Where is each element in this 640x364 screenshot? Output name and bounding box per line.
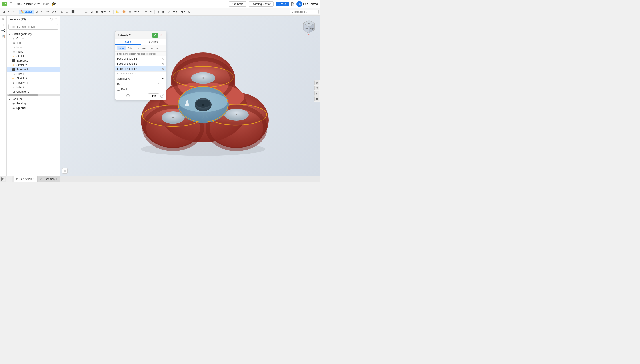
toolbar-move-button[interactable]: ✥ ▾ [172, 10, 178, 14]
assembly-icon: ⚙ [40, 178, 43, 181]
toolbar-circle-button[interactable]: ⊙ [34, 10, 39, 14]
sketch2-item[interactable]: ✏ Sketch 2 [7, 63, 60, 67]
toolbar-transform-button[interactable]: ⤢ [166, 10, 171, 14]
sketch-icon-3: ✏ [12, 77, 15, 80]
toolbar-view-button[interactable]: 👁 ▾ [133, 10, 140, 14]
remove-sub-tab[interactable]: Remove [135, 46, 148, 50]
toolbar-chamfer-button[interactable]: ◢ [89, 10, 94, 14]
parts-section-header[interactable]: ▼ Parts (2) [7, 97, 60, 101]
toolbar-measure-button[interactable]: 📐 [115, 10, 121, 14]
surface-tab[interactable]: Surface [141, 39, 166, 45]
face-item-1[interactable]: Face of Sketch 2 ✕ [115, 56, 166, 61]
canvas-area[interactable]: Top Front Right X Extrude 2 ✓ ✕ [60, 16, 320, 176]
settings-icon[interactable]: ⚙ [1, 177, 5, 181]
rp-icon-2[interactable]: ⬡ [314, 86, 319, 90]
extrude-operation-tabs: New Add Remove Intersect [115, 45, 166, 52]
toolbar-mirror-button[interactable]: ⬔ ▾ [179, 10, 186, 14]
face-remove-3[interactable]: ✕ [162, 67, 164, 71]
extrude1-item[interactable]: ⬛ Extrude 1 [7, 58, 60, 63]
toolbar-cone-button[interactable]: ⬡ [65, 10, 70, 14]
chamfer1-item[interactable]: ◢ Chamfer 1 [7, 90, 60, 94]
toolbar-fillet-button[interactable]: ⌓ [84, 10, 89, 14]
app-store-button[interactable]: App Store [229, 1, 246, 7]
fillet1-item[interactable]: ⌓ Fillet 1 [7, 72, 60, 76]
depth-value[interactable]: 7 mm [158, 83, 164, 86]
toolbar-box-button[interactable]: □ [60, 10, 64, 14]
learning-center-button[interactable]: Learning Center [249, 1, 274, 7]
intersect-sub-tab[interactable]: Intersect [149, 46, 162, 50]
left-icon-btn-2[interactable]: + [2, 23, 4, 27]
toolbar-render1-button[interactable]: ◈ [156, 10, 160, 14]
sidebar-history-icon[interactable]: ⏱ [54, 17, 58, 21]
toolbar-render2-button[interactable]: ◉ [161, 10, 166, 14]
sketch1-item[interactable]: ✏ Sketch 1 [7, 54, 60, 58]
left-icon-btn-1[interactable]: ⊞ [2, 17, 5, 21]
toolbar-shell-button[interactable]: ▣ [94, 10, 99, 14]
sidebar-filter-icon[interactable]: ⬡ [50, 17, 53, 21]
solid-tab[interactable]: Solid [115, 39, 141, 45]
face-remove-2[interactable]: ✕ [162, 62, 164, 66]
feature-search-input[interactable] [8, 24, 58, 30]
toolbar-more-button[interactable]: ⋯ ▾ [141, 10, 148, 14]
toolbar-zoom-button[interactable]: ⊕ [187, 10, 192, 14]
toolbar-cancel-button[interactable]: ✕ [107, 10, 112, 14]
user-menu[interactable]: EK Eric Kontos [296, 1, 318, 7]
extrude-cancel-button[interactable]: ✕ [159, 33, 164, 38]
toolbar-draft-button[interactable]: ⬟ ▾ [100, 10, 107, 14]
toolbar-undo-button[interactable]: ↩ [7, 10, 12, 14]
face-remove-1[interactable]: ✕ [162, 57, 164, 60]
view-cube[interactable]: Top Front Right X [300, 18, 318, 36]
revolve1-item[interactable]: ↻ Revolve 1 [7, 81, 60, 85]
toolbar-sketch-button[interactable]: ✏️ Sketch [19, 10, 34, 14]
toolbar-grid-button[interactable]: ⊞ [1, 10, 6, 14]
onshape-logo[interactable]: on [2, 2, 7, 6]
extrude2-item[interactable]: ⬛ Extrude 2 [7, 67, 60, 72]
toolbar-appearance-button[interactable]: 🎨 [121, 10, 127, 14]
extrude-actions: ✓ ✕ [152, 33, 164, 38]
front-plane-item[interactable]: ▭ Front [7, 45, 60, 50]
toolbar-extrude-button[interactable]: ⬛ [70, 10, 76, 14]
rp-icon-3[interactable]: ◎ [314, 91, 319, 96]
symmetric-dropdown[interactable]: ▼ [162, 77, 164, 80]
part-studio-tab[interactable]: ◻ Part Studio 1 [14, 176, 38, 182]
sketch3-item[interactable]: ✏ Sketch 3 [7, 76, 60, 81]
extrude-confirm-button[interactable]: ✓ [152, 33, 158, 38]
assembly-tab[interactable]: ⚙ Assembly 1 [38, 176, 60, 182]
search-tools-input[interactable] [290, 10, 319, 14]
add-sub-tab[interactable]: Add [126, 46, 134, 50]
toolbar-section-button[interactable]: ⊘ [128, 10, 132, 14]
depth-slider[interactable] [117, 96, 147, 96]
final-button[interactable]: Final [148, 93, 159, 98]
toolbar-revolve-button[interactable]: ◫ [76, 10, 82, 14]
new-sub-tab[interactable]: New [117, 46, 126, 50]
sidebar-header: Features (13) ⬡ ⏱ [7, 16, 60, 23]
top-plane-item[interactable]: ▭ Top [7, 41, 60, 45]
toolbar-arc-button[interactable]: ◠ [40, 10, 45, 14]
left-icon-btn-3[interactable]: 💬 [1, 28, 6, 33]
origin-item[interactable]: ⊙ Origin [7, 36, 60, 41]
help-button[interactable]: ? [291, 2, 294, 6]
share-button[interactable]: Share [276, 2, 289, 6]
hamburger-menu[interactable]: ☰ [9, 2, 12, 6]
toolbar-construct-button[interactable]: △ ▾ [51, 10, 58, 14]
left-icon-btn-4[interactable]: 📋 [1, 34, 6, 39]
toolbar-spline-button[interactable]: 〜 [45, 9, 50, 14]
bearing-part-item[interactable]: ◉ Bearing [7, 101, 60, 106]
sidebar-scrollbar[interactable] [7, 94, 60, 96]
rp-icon-1[interactable]: ◈ [314, 80, 319, 85]
face-item-3[interactable]: Face of Sketch 2 ✕ [115, 66, 166, 72]
toolbar-redo-button[interactable]: ↪ [12, 10, 17, 14]
list-icon: ☰ [64, 169, 66, 172]
help-circle-icon[interactable]: ? [160, 94, 164, 98]
spinner-part-item[interactable]: ◉ Spinner [7, 106, 60, 110]
rp-icon-4[interactable]: ▣ [314, 96, 319, 101]
right-plane-item[interactable]: ▭ Right [7, 50, 60, 54]
list-view-toggle[interactable]: ☰ [62, 168, 68, 174]
toolbar-x-button[interactable]: ✕ [148, 10, 153, 14]
add-tab-button[interactable]: + [6, 176, 12, 182]
extrude-icon-2: ⬛ [12, 68, 15, 71]
fillet2-item[interactable]: ⌓ Fillet 2 [7, 85, 60, 90]
draft-checkbox[interactable] [117, 88, 120, 91]
face-item-2[interactable]: Face of Sketch 2 ✕ [115, 61, 166, 66]
default-geometry-header[interactable]: ▼ Default geometry [7, 32, 60, 36]
